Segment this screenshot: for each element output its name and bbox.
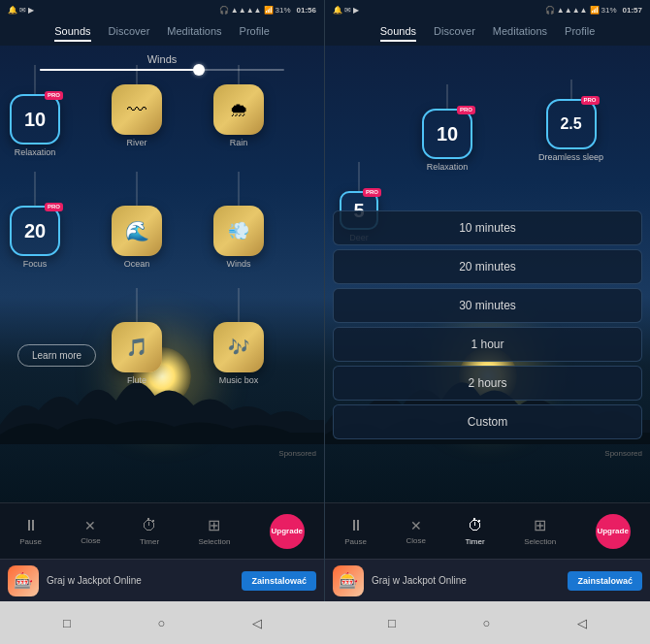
selection-button-right[interactable]: ⊞ Selection: [524, 516, 556, 546]
left-ad-banner: 🎰 Graj w Jackpot Online Zainstalować: [0, 559, 324, 601]
home-back-left[interactable]: ◁: [252, 616, 262, 630]
tab-meditations-left[interactable]: Meditations: [167, 25, 221, 42]
slider-track[interactable]: [40, 69, 283, 71]
slider-fill: [40, 69, 198, 71]
left-wifi-icon: 📶: [264, 6, 274, 15]
right-nav-tabs: Sounds Discover Meditations Profile: [325, 19, 650, 46]
tab-sounds-right[interactable]: Sounds: [380, 25, 416, 42]
dreamless-label: Dreamless sleep: [538, 152, 603, 162]
musicbox-label: Music box: [219, 375, 259, 385]
string-musicbox: [239, 288, 240, 322]
pause-icon-right: ⏸: [348, 517, 364, 534]
timer-screen: PRO 10 Relaxation PRO 2.5 Dreamless slee…: [325, 46, 650, 502]
river-label: River: [126, 138, 146, 147]
right-ad-text: Graj w Jackpot Online: [372, 575, 560, 586]
sound-item-relaxation[interactable]: PRO 10 Relaxation: [10, 94, 60, 157]
timer-option-20min[interactable]: 20 minutes: [333, 249, 642, 284]
focus-icon-box: PRO 20: [10, 206, 60, 256]
home-bar-row: □ ○ ◁ □ ○ ◁: [0, 601, 650, 644]
right-signal-icon: ▲▲▲▲: [557, 6, 588, 15]
relaxation-number-right: 10: [437, 123, 458, 145]
left-ad-text: Graj w Jackpot Online: [47, 575, 234, 586]
sound-item-flute[interactable]: 🎵 Flute: [112, 322, 162, 385]
timer-option-30min[interactable]: 30 minutes: [333, 288, 642, 323]
right-notification-icons: 🔔 ✉ ▶: [333, 6, 359, 15]
home-square-left[interactable]: □: [63, 616, 71, 630]
tab-sounds-left[interactable]: Sounds: [54, 25, 90, 42]
timer-option-1hour[interactable]: 1 hour: [333, 327, 642, 362]
string-ocean: [137, 172, 138, 206]
relaxation-number: 10: [24, 109, 46, 131]
right-time: 01:57: [623, 6, 642, 15]
sound-item-dreamless[interactable]: PRO 2.5 Dreamless sleep: [538, 99, 603, 162]
tab-discover-right[interactable]: Discover: [434, 25, 475, 42]
learn-more-button[interactable]: Learn more: [17, 344, 96, 367]
close-button-right[interactable]: ✕ Close: [406, 518, 426, 545]
selection-button-left[interactable]: ⊞ Selection: [199, 516, 231, 546]
left-time: 01:56: [297, 6, 316, 15]
slider-thumb[interactable]: [193, 64, 205, 76]
right-headphone-icon: 🎧: [545, 6, 555, 15]
right-status-bar: 🔔 ✉ ▶ 🎧 ▲▲▲▲ 📶 31% 01:57: [325, 0, 650, 19]
sound-item-relaxation-right[interactable]: PRO 10 Relaxation: [422, 109, 472, 172]
close-label-right: Close: [406, 536, 426, 545]
left-notification-icons: 🔔 ✉ ▶: [8, 6, 34, 15]
close-label-left: Close: [81, 536, 100, 545]
sound-item-ocean[interactable]: 🌊 Ocean: [112, 206, 162, 269]
focus-number: 20: [24, 220, 46, 242]
left-signal-icon: ▲▲▲▲: [231, 6, 262, 15]
river-icon-box: 〰: [112, 84, 162, 135]
tab-profile-right[interactable]: Profile: [565, 25, 595, 42]
close-icon-left: ✕: [84, 518, 96, 533]
sound-item-focus[interactable]: PRO 20 Focus: [10, 206, 60, 269]
winds-icon-box: 💨: [213, 206, 264, 256]
tab-profile-left[interactable]: Profile: [240, 25, 270, 42]
home-square-right[interactable]: □: [388, 616, 396, 630]
upgrade-button-left[interactable]: Upgrade: [270, 514, 305, 549]
right-ad-install-button[interactable]: Zainstalować: [568, 571, 642, 591]
left-bottom-bar: ⏸ Pause ✕ Close ⏱ Timer ⊞ Selection Upgr…: [0, 502, 324, 559]
sound-item-musicbox[interactable]: 🎶 Music box: [213, 322, 264, 385]
left-ad-install-button[interactable]: Zainstalować: [242, 571, 316, 591]
timer-option-custom[interactable]: Custom: [333, 404, 642, 439]
home-back-right[interactable]: ◁: [577, 616, 587, 630]
rain-label: Rain: [230, 138, 248, 147]
home-circle-left[interactable]: ○: [157, 616, 165, 630]
relaxation-box-right: PRO 10: [422, 109, 472, 159]
flute-label: Flute: [127, 375, 146, 385]
upgrade-button-right[interactable]: Upgrade: [596, 514, 631, 549]
pause-button-right[interactable]: ⏸ Pause: [344, 517, 367, 546]
pause-icon-left: ⏸: [23, 517, 39, 534]
tab-discover-left[interactable]: Discover: [109, 25, 150, 42]
selection-label-right: Selection: [524, 537, 556, 546]
sound-item-rain[interactable]: 🌧 Rain: [213, 84, 264, 147]
right-battery-pct: 31%: [601, 6, 617, 15]
dreamless-number: 2.5: [560, 115, 581, 133]
musicbox-icon: 🎶: [228, 337, 249, 358]
right-ad-icon: 🎰: [333, 565, 364, 596]
timer-button-left[interactable]: ⏱ Timer: [140, 517, 159, 546]
timer-option-10min[interactable]: 10 minutes: [333, 210, 642, 245]
relaxation-label: Relaxation: [15, 147, 56, 157]
left-ad-icon: 🎰: [8, 565, 39, 596]
selection-icon-right: ⊞: [534, 516, 546, 534]
sound-item-winds[interactable]: 💨 Winds: [213, 206, 264, 269]
pause-button-left[interactable]: ⏸ Pause: [19, 517, 42, 546]
right-ad-banner: 🎰 Graj w Jackpot Online Zainstalować: [325, 559, 650, 601]
home-circle-right[interactable]: ○: [482, 616, 490, 630]
left-nav-tabs: Sounds Discover Meditations Profile: [0, 19, 324, 46]
string-relaxation-right: [447, 84, 448, 109]
string-focus: [35, 172, 36, 206]
relaxation-icon-box: PRO 10: [10, 94, 60, 145]
sound-icons-layer: PRO 10 Relaxation 〰 River: [0, 46, 324, 502]
right-phone: 🔔 ✉ ▶ 🎧 ▲▲▲▲ 📶 31% 01:57 Sounds Discover…: [325, 0, 650, 601]
tab-meditations-right[interactable]: Meditations: [493, 25, 547, 42]
timer-button-right[interactable]: ⏱ Timer: [466, 517, 485, 546]
timer-option-2hours[interactable]: 2 hours: [333, 366, 642, 401]
sound-item-river[interactable]: 〰 River: [112, 84, 162, 147]
focus-label: Focus: [23, 259, 48, 269]
rain-icon: 🌧: [229, 99, 248, 121]
winds-slider-area: Winds: [10, 53, 314, 71]
close-button-left[interactable]: ✕ Close: [81, 518, 100, 545]
timer-label-left: Timer: [140, 537, 159, 546]
